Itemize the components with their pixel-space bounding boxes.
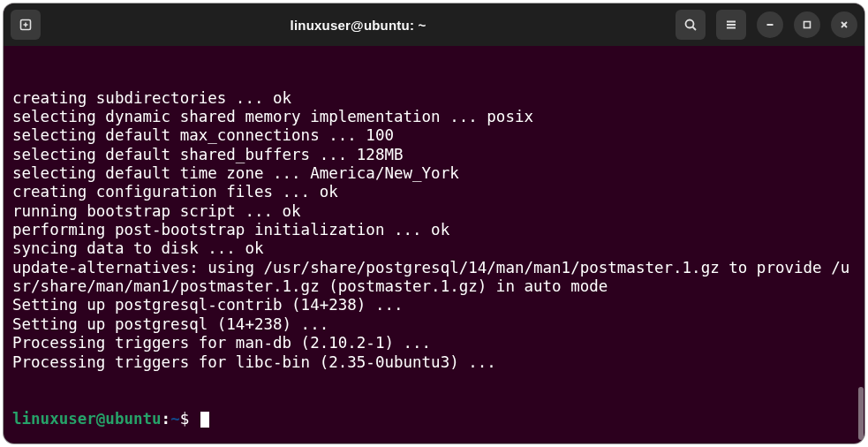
close-icon	[838, 19, 850, 31]
terminal-line: update-alternatives: using /usr/share/po…	[12, 259, 856, 297]
prompt-line: linuxuser@ubuntu:~$	[12, 410, 856, 428]
terminal-line: running bootstrap script ... ok	[12, 202, 856, 221]
search-button[interactable]	[676, 10, 706, 40]
maximize-icon	[801, 19, 813, 31]
search-icon	[683, 18, 698, 32]
prompt-user-host: linuxuser@ubuntu	[12, 410, 162, 428]
window-title: linuxuser@ubuntu: ~	[48, 18, 668, 33]
maximize-button[interactable]	[794, 11, 820, 38]
new-tab-icon	[19, 18, 33, 32]
minimize-icon	[764, 19, 776, 31]
terminal-line: selecting default time zone ... America/…	[12, 164, 856, 183]
prompt-path: ~	[170, 410, 180, 428]
close-button[interactable]	[831, 11, 857, 38]
terminal-line: syncing data to disk ... ok	[12, 239, 856, 258]
terminal-line: selecting default max_connections ... 10…	[12, 126, 856, 145]
titlebar: linuxuser@ubuntu: ~	[4, 4, 864, 46]
terminal-line: creating configuration files ... ok	[12, 183, 856, 201]
svg-line-4	[693, 27, 697, 31]
terminal-window: linuxuser@ubuntu: ~	[4, 4, 864, 443]
minimize-button[interactable]	[757, 11, 783, 38]
titlebar-right	[676, 10, 857, 40]
svg-point-3	[686, 20, 694, 28]
terminal-output: creating subdirectories ... okselecting …	[12, 89, 856, 372]
new-tab-button[interactable]	[11, 10, 41, 40]
terminal-line: performing post-bootstrap initialization…	[12, 221, 856, 239]
terminal-line: Processing triggers for libc-bin (2.35-0…	[12, 353, 856, 372]
scrollbar-thumb[interactable]	[858, 387, 864, 440]
svg-rect-9	[804, 22, 811, 28]
menu-icon	[724, 18, 738, 32]
terminal-body[interactable]: creating subdirectories ... okselecting …	[4, 46, 864, 443]
terminal-line: selecting default shared_buffers ... 128…	[12, 146, 856, 164]
menu-button[interactable]	[716, 10, 746, 40]
cursor	[200, 412, 209, 428]
terminal-line: Setting up postgresql-contrib (14+238) .…	[12, 296, 856, 314]
terminal-line: creating subdirectories ... ok	[12, 89, 856, 108]
terminal-line: Processing triggers for man-db (2.10.2-1…	[12, 334, 856, 352]
prompt-symbol: $	[180, 410, 190, 428]
terminal-line: Setting up postgresql (14+238) ...	[12, 315, 856, 334]
terminal-line: selecting dynamic shared memory implemen…	[12, 108, 856, 126]
prompt-separator: :	[162, 410, 171, 428]
